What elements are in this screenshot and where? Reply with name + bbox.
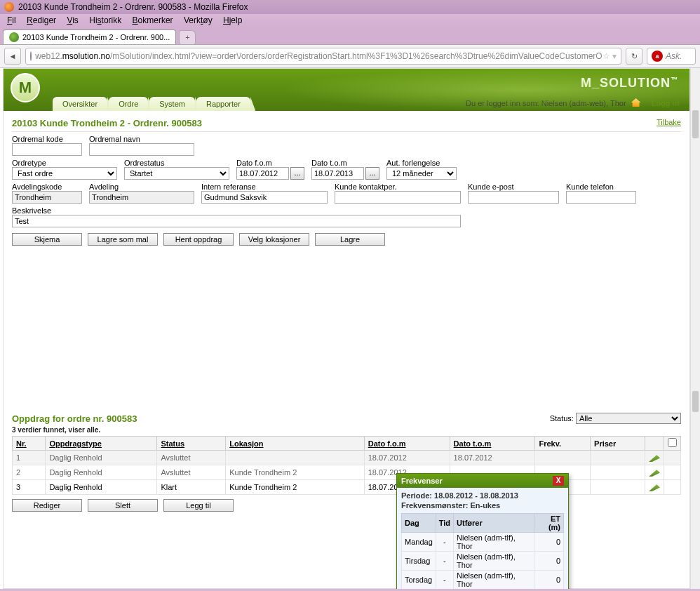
- frekvens-row: Tirsdag-Nielsen (adm-tlf), Thor0: [402, 552, 564, 571]
- browser-tab-strip: 20103 Kunde Trondheim 2 - Ordrenr. 900..…: [0, 27, 700, 45]
- select-all-checkbox[interactable]: [668, 438, 677, 447]
- avdelingskode-input: [12, 191, 82, 204]
- col-status[interactable]: Status: [157, 437, 226, 451]
- rediger-button[interactable]: Rediger: [12, 499, 82, 512]
- auto-forlengelse-select[interactable]: 12 måneder: [386, 167, 457, 180]
- popup-monster: Frekvensmønster: En-ukes: [401, 500, 564, 510]
- edit-icon[interactable]: [649, 467, 660, 477]
- ordrestatus-select[interactable]: Startet: [124, 167, 229, 180]
- section2-title: Oppdrag for ordre nr. 900583: [12, 413, 137, 424]
- col-check: [664, 437, 681, 451]
- popup-periode: Periode: 18.08.2012 - 18.08.2013: [401, 491, 564, 500]
- back-button[interactable]: ◄: [4, 48, 21, 65]
- table-row[interactable]: 2Daglig RenholdAvsluttetKunde Trondheim …: [13, 465, 681, 480]
- frekvens-row: Torsdag-Nielsen (adm-tlf), Thor0: [402, 571, 564, 590]
- nav-oversikter[interactable]: Oversikter: [53, 97, 107, 111]
- status-filter-select[interactable]: Alle: [576, 413, 681, 424]
- lagre-button[interactable]: Lagre: [315, 233, 385, 246]
- legg-til-button[interactable]: Legg til: [163, 499, 234, 512]
- frekvenser-table: Dag Tid Utfører ET (m) Mandag-Nielsen (a…: [401, 513, 564, 589]
- kontaktperson-input[interactable]: [335, 191, 461, 204]
- menu-bokmerker[interactable]: Bokmerker: [128, 14, 177, 27]
- frekvens-row: Mandag-Nielsen (adm-tlf), Thor0: [402, 533, 564, 552]
- hent-oppdrag-button[interactable]: Hent oppdrag: [163, 233, 234, 246]
- edit-icon[interactable]: [649, 452, 660, 462]
- nav-system[interactable]: System: [149, 97, 195, 111]
- window-title: 20103 Kunde Trondheim 2 - Ordrenr. 90058…: [18, 2, 248, 12]
- popup-title: Frekvenser: [401, 477, 443, 485]
- col-nr[interactable]: Nr.: [13, 437, 46, 451]
- col-frekv[interactable]: Frekv.: [535, 437, 591, 451]
- tab-favicon: [9, 32, 19, 42]
- globe-icon: [30, 51, 32, 61]
- app-brand: M_SOLUTION™: [581, 76, 678, 91]
- skjema-button[interactable]: Skjema: [12, 233, 82, 246]
- menu-historikk[interactable]: Historikk: [85, 14, 126, 27]
- menu-verktoy[interactable]: Verktøy: [180, 14, 217, 27]
- nav-ordre[interactable]: Ordre: [109, 97, 148, 111]
- col-priser[interactable]: Priser: [591, 437, 645, 451]
- app-nav: Oversikter Ordre System Rapporter: [53, 97, 250, 111]
- avdeling-input: [89, 191, 194, 204]
- edit-icon[interactable]: [649, 482, 660, 491]
- oppdrag-table: Nr. Oppdragstype Status Lokasjon Dato f.…: [12, 436, 681, 495]
- lagre-som-mal-button[interactable]: Lagre som mal: [88, 233, 158, 246]
- home-icon[interactable]: [631, 98, 641, 107]
- scroll-thumb[interactable]: [692, 110, 699, 138]
- velg-lokasjoner-button[interactable]: Velg lokasjoner: [239, 233, 309, 246]
- dato-tom-input[interactable]: [311, 167, 364, 180]
- vertical-scrollbar[interactable]: [690, 68, 700, 589]
- epost-input[interactable]: [468, 191, 559, 204]
- menu-rediger[interactable]: Rediger: [22, 14, 60, 27]
- table-row[interactable]: 1Daglig RenholdAvsluttet18.07.201218.07.…: [13, 451, 681, 465]
- new-tab-button[interactable]: +: [179, 30, 196, 44]
- browser-toolbar: ◄ web12.msolution.no/mSolution/index.htm…: [0, 45, 700, 68]
- popup-close-button[interactable]: X: [553, 476, 564, 486]
- menu-fil[interactable]: Fil: [3, 14, 20, 27]
- login-info: Du er logget inn som: Nielsen (adm-web),…: [466, 98, 680, 107]
- col-type[interactable]: Oppdragstype: [46, 437, 157, 451]
- ordremal-navn-input[interactable]: [89, 143, 194, 156]
- menu-vis[interactable]: Vis: [62, 14, 82, 27]
- tab-label: 20103 Kunde Trondheim 2 - Ordrenr. 900..…: [22, 33, 170, 41]
- window-titlebar: 20103 Kunde Trondheim 2 - Ordrenr. 90058…: [0, 0, 700, 14]
- firefox-icon: [4, 2, 14, 12]
- browser-tab[interactable]: 20103 Kunde Trondheim 2 - Ordrenr. 900..…: [3, 29, 176, 44]
- dato-tom-picker[interactable]: ...: [365, 167, 379, 180]
- intern-referanse-input[interactable]: [201, 191, 328, 204]
- address-bar[interactable]: web12.msolution.no/mSolution/index.html?…: [25, 48, 621, 65]
- col-lokasjon[interactable]: Lokasjon: [226, 437, 364, 451]
- telefon-input[interactable]: [566, 191, 636, 204]
- result-count: 3 verdier funnet, viser alle.: [12, 426, 681, 434]
- nav-rapporter[interactable]: Rapporter: [196, 97, 250, 111]
- app-logo: M: [11, 73, 40, 102]
- col-tom[interactable]: Dato t.o.m: [450, 437, 535, 451]
- dato-fom-picker[interactable]: ...: [290, 167, 304, 180]
- beskrivelse-input[interactable]: [12, 215, 461, 227]
- scroll-thumb[interactable]: [692, 391, 699, 412]
- browser-menubar: Fil Rediger Vis Historikk Bokmerker Verk…: [0, 14, 700, 27]
- ordremal-kode-input[interactable]: [12, 143, 82, 156]
- ask-icon: a: [652, 51, 663, 62]
- browser-search[interactable]: a Ask.: [647, 48, 696, 65]
- ordretype-select[interactable]: Fast ordre: [12, 167, 117, 180]
- back-link[interactable]: Tilbake: [657, 118, 681, 128]
- col-edit: [645, 437, 664, 451]
- col-fom[interactable]: Dato f.o.m: [364, 437, 450, 451]
- app-frame: M M_SOLUTION™ Oversikter Ordre System Ra…: [3, 68, 690, 589]
- logout-link[interactable]: Logg ut: [652, 99, 680, 107]
- page-title: 20103 Kunde Trondheim 2 - Ordrenr. 90058…: [12, 118, 202, 128]
- reload-button[interactable]: ↻: [626, 48, 642, 65]
- slett-button[interactable]: Slett: [88, 499, 158, 512]
- frekvenser-popup: Frekvenser X Periode: 18.08.2012 - 18.08…: [396, 473, 569, 589]
- table-row[interactable]: 3Daglig RenholdKlartKunde Trondheim 218.…: [13, 480, 681, 495]
- menu-hjelp[interactable]: Hjelp: [219, 14, 246, 27]
- app-header: M M_SOLUTION™ Oversikter Ordre System Ra…: [4, 69, 689, 111]
- dato-fom-input[interactable]: [236, 167, 289, 180]
